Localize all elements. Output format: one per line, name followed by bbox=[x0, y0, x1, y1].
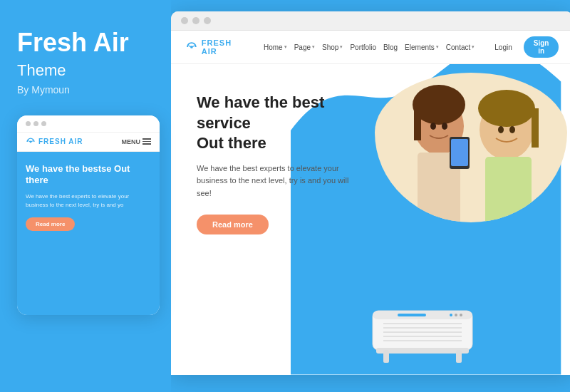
browser-logo-icon bbox=[185, 41, 198, 53]
mobile-menu-text: MENU bbox=[122, 138, 141, 145]
browser-titlebar bbox=[171, 11, 570, 31]
nav-page-label: Page bbox=[294, 43, 311, 51]
svg-point-25 bbox=[450, 314, 452, 316]
mobile-traffic-lights bbox=[26, 121, 46, 126]
mobile-nav-bar: FRESH AIR MENU bbox=[17, 133, 160, 152]
nav-elements-caret: ▾ bbox=[436, 44, 439, 50]
browser-logo-text: FRESH AIR bbox=[202, 38, 249, 56]
hero-title-line2: Out there bbox=[197, 134, 266, 152]
mobile-menu-label[interactable]: MENU bbox=[122, 138, 152, 145]
svg-rect-24 bbox=[398, 314, 426, 316]
nav-links: Home ▾ Page ▾ Shop ▾ Portfolio Blog bbox=[264, 43, 475, 51]
nav-page[interactable]: Page ▾ bbox=[294, 43, 315, 51]
nav-contact-label: Contact bbox=[446, 43, 470, 51]
hero-left-content: We have the best service Out there We ha… bbox=[171, 64, 380, 375]
browser-dot-2 bbox=[192, 17, 200, 24]
browser-window: FRESH AIR Home ▾ Page ▾ Shop ▾ Portfolio bbox=[171, 11, 570, 375]
svg-rect-9 bbox=[532, 108, 539, 148]
ac-unit-image bbox=[369, 304, 476, 364]
svg-rect-29 bbox=[383, 350, 389, 363]
nav-contact-caret: ▾ bbox=[472, 44, 475, 50]
nav-blog-label: Blog bbox=[383, 43, 398, 51]
readmore-button[interactable]: Read more bbox=[197, 215, 269, 234]
nav-page-caret: ▾ bbox=[312, 44, 315, 50]
nav-home-label: Home bbox=[264, 43, 283, 51]
svg-rect-12 bbox=[451, 139, 468, 166]
hero-description: We have the best experts to elevate your… bbox=[197, 163, 358, 200]
nav-shop-caret: ▾ bbox=[340, 44, 343, 50]
mobile-readmore-button[interactable]: Read more bbox=[26, 217, 75, 231]
nav-elements[interactable]: Elements ▾ bbox=[405, 43, 439, 51]
nav-home[interactable]: Home ▾ bbox=[264, 43, 287, 51]
browser-brand-logo: FRESH AIR bbox=[185, 38, 249, 56]
hamburger-line-3 bbox=[142, 143, 151, 145]
nav-home-caret: ▾ bbox=[284, 44, 287, 50]
signin-button[interactable]: Sign in bbox=[524, 36, 559, 58]
hero-section: We have the best service Out there We ha… bbox=[171, 64, 570, 375]
hero-title: We have the best service Out there bbox=[197, 93, 358, 154]
svg-rect-5 bbox=[414, 105, 421, 140]
author-label: By Mymoun bbox=[17, 84, 70, 96]
svg-point-8 bbox=[478, 90, 535, 127]
svg-point-27 bbox=[460, 314, 462, 316]
svg-rect-30 bbox=[456, 350, 462, 363]
nav-blog[interactable]: Blog bbox=[383, 43, 398, 51]
browser-navbar: FRESH AIR Home ▾ Page ▾ Shop ▾ Portfolio bbox=[171, 31, 570, 64]
mobile-logo-icon bbox=[26, 137, 36, 147]
nav-portfolio-label: Portfolio bbox=[350, 43, 376, 51]
mobile-hero-title: We have the bestse Out there bbox=[26, 163, 151, 187]
svg-point-26 bbox=[455, 314, 457, 316]
right-panel: FRESH AIR Home ▾ Page ▾ Shop ▾ Portfolio bbox=[171, 0, 570, 392]
svg-point-14 bbox=[442, 123, 447, 130]
brand-title: Fresh Air bbox=[17, 29, 129, 57]
mobile-preview-card: FRESH AIR MENU We have the bestse Out th… bbox=[17, 115, 160, 315]
mobile-hero-text: We have the best experts to elevate your… bbox=[26, 192, 151, 208]
hamburger-line-1 bbox=[142, 138, 151, 140]
mobile-brand-logo: FRESH AIR bbox=[26, 137, 83, 147]
login-button[interactable]: Login bbox=[489, 41, 517, 53]
brand-subtitle: Theme bbox=[17, 61, 66, 80]
svg-rect-28 bbox=[376, 348, 469, 354]
hero-title-line1: We have the best service bbox=[197, 93, 324, 132]
hero-right-visual bbox=[348, 64, 570, 375]
nav-elements-label: Elements bbox=[405, 43, 435, 51]
mobile-card-dots-row bbox=[17, 115, 160, 133]
dot-3 bbox=[41, 121, 46, 126]
nav-actions: Login Sign in bbox=[489, 36, 559, 58]
svg-point-16 bbox=[509, 126, 515, 133]
svg-point-13 bbox=[430, 123, 436, 130]
nav-shop-label: Shop bbox=[322, 43, 338, 51]
mobile-logo-text: FRESH AIR bbox=[38, 138, 83, 145]
hamburger-icon bbox=[142, 138, 151, 145]
nav-portfolio[interactable]: Portfolio bbox=[350, 43, 376, 51]
dot-2 bbox=[33, 121, 38, 126]
svg-point-15 bbox=[498, 126, 504, 133]
hamburger-line-2 bbox=[142, 141, 151, 143]
nav-contact[interactable]: Contact ▾ bbox=[446, 43, 475, 51]
mobile-hero-body: We have the bestse Out there We have the… bbox=[17, 152, 160, 315]
left-sidebar: Fresh Air Theme By Mymoun FRESH AIR bbox=[0, 0, 171, 392]
browser-dot-3 bbox=[204, 17, 211, 24]
nav-shop[interactable]: Shop ▾ bbox=[322, 43, 343, 51]
dot-1 bbox=[26, 121, 31, 126]
browser-dot-1 bbox=[181, 17, 188, 24]
